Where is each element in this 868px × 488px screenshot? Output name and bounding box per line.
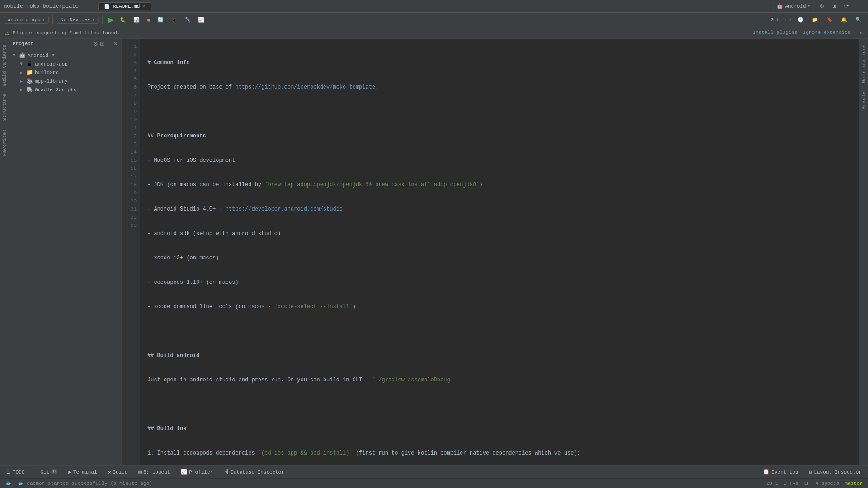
tree-item-android[interactable]: ▼ 🤖 Android ▼ [9,51,122,60]
logcat-tab[interactable]: ▤ 6: Logcat [136,468,173,476]
run-btn[interactable]: ▶ [106,14,115,25]
line-num-6: 6 [122,83,137,91]
layout-btn[interactable]: ⊞ [830,2,839,10]
code-line-8: - android sdk (setup with android studio… [147,230,852,238]
line-num-17: 17 [122,173,137,181]
minimize-btn[interactable]: — [854,3,864,10]
tree-item-buildsrc[interactable]: ▶ 📁 buildSrc [9,68,122,77]
event-log-tab[interactable]: 📋 Event Log [760,468,801,476]
bottom-right: 📋 Event Log ⊡ Layout Inspector [760,468,864,476]
todo-tab[interactable]: ☰ TODO [4,468,27,476]
code-line-13: ## Build android [147,352,852,360]
terminal-tab[interactable]: ▶ Terminal [66,468,99,476]
code-line-14: Just open in android studio and press ru… [147,376,852,384]
find-btn[interactable]: 🔍 [853,16,864,23]
tree-item-android-app[interactable]: ▼ 📱 android-app [9,60,122,68]
project-layout-btn[interactable]: ⊞ [100,41,104,47]
module-dropdown[interactable]: android-app ▼ [4,16,49,24]
layout-inspector-icon: ⊡ [809,469,812,475]
git-label: Git: [770,17,782,23]
todo-label: TODO [13,469,24,475]
profile-btn[interactable]: 📊 [131,16,142,23]
indent: 4 spaces [816,481,840,486]
line-num-3: 3 [122,59,137,67]
project-collapse-btn[interactable]: — [106,41,112,47]
structure-label[interactable]: Structure [1,90,8,124]
file-manager-btn[interactable]: 📁 [809,16,821,23]
profiler-btn[interactable]: 📈 [195,16,207,23]
db-inspector-tab[interactable]: 🗄 Database Inspector [221,468,287,476]
notification-close-btn[interactable]: ✕ [859,30,863,36]
notification-right: Install plugins Ignore extension ✕ [753,30,863,36]
code-line-15 [147,400,852,408]
avd-btn[interactable]: 📱 [168,16,180,23]
line-num-19: 19 [122,189,137,197]
gradle-label[interactable]: Gradle [860,88,868,113]
daemon-icon: 🐟 [5,480,12,487]
ignore-extension-link[interactable]: Ignore extension [803,30,851,36]
tree-item-gradle-scripts[interactable]: ▶ 🐘 Gradle Scripts [9,85,122,94]
install-plugins-link[interactable]: Install plugins [753,30,797,36]
title-bar: mobile-moko-boilerplate – 📄 README.md ✕ … [0,0,868,13]
git-section: Git: ✓ ✓ [770,17,792,23]
tab-close-btn[interactable]: ✕ [142,4,145,9]
file-tree: ▼ 🤖 Android ▼ ▼ 📱 android-app ▶ 📁 buildS… [9,49,122,465]
left-sidebar-icons: Build Variants Structure Favorites [0,39,9,465]
bookmark-btn[interactable]: 🔖 [824,16,835,23]
sdk-btn[interactable]: 🔧 [182,16,193,23]
project-settings-btn[interactable]: ⚙ [93,41,98,47]
tree-arrow-buildsrc: ▶ [20,70,24,75]
module-arrow: ▼ [42,18,45,22]
git-history-btn[interactable]: 🕐 [795,16,807,23]
line-num-21: 21 [122,205,137,213]
line-numbers: 1 2 3 4 5 6 7 8 9 10 11 12 13 14 15 16 1… [122,39,140,465]
notification-icon: ⚠ [5,29,9,37]
toolbar-right-section: Git: ✓ ✓ 🕐 📁 🔖 🔔 🔍 [770,16,864,23]
tree-label-android: Android [28,53,48,58]
git-tab[interactable]: ⑂ Git 9 [33,469,60,476]
layout-inspector-tab[interactable]: ⊡ Layout Inspector [807,468,864,476]
status-right: 23:1 UTF-8 LF 4 spaces master [766,481,863,486]
notification-bar: ⚠ Plugins supporting *.md files found. I… [0,27,868,39]
sync-btn[interactable]: ⟳ [842,2,851,10]
android-dropdown[interactable]: 🤖 Android ▼ [773,2,814,10]
code-line-3 [147,108,852,116]
line-num-16: 16 [122,164,137,173]
git-check2: ✓ [789,17,792,23]
line-num-4: 4 [122,67,137,75]
line-num-1: 1 [122,42,137,51]
readme-tab[interactable]: 📄 README.md ✕ [98,2,151,10]
profiler-tab[interactable]: 📈 Profiler [178,468,216,476]
android-dropdown-arrow: ▼ [808,4,810,9]
settings-btn[interactable]: ⚙ [817,2,827,10]
tree-arrow-mpp-library: ▶ [20,79,24,84]
build-label: Build [113,469,127,475]
project-tools: ⚙ ⊞ — ✕ [93,41,118,47]
notifications-label[interactable]: Notifications [860,41,868,87]
code-area[interactable]: # Common info Project created on base of… [140,39,859,465]
favorites-label[interactable]: Favorites [1,126,8,160]
editor-content[interactable]: 1 2 3 4 5 6 7 8 9 10 11 12 13 14 15 16 1… [122,39,859,465]
devices-dropdown[interactable]: No Devices ▼ [57,16,99,24]
profiler-icon: 📈 [181,469,187,475]
stop-btn[interactable]: ■ [144,16,153,23]
notifications-btn[interactable]: 🔔 [838,16,850,23]
project-close-btn[interactable]: ✕ [113,41,118,47]
code-line-4: ## Prerequirements [147,132,852,140]
code-line-9: - xcode 12+ (on macos) [147,254,852,262]
db-inspector-icon: 🗄 [224,469,229,475]
android-app-icon: 📱 [26,61,33,67]
code-line-17: 1. Install cocoapods dependencies `(cd i… [147,449,852,457]
sync-project-btn[interactable]: 🔄 [155,16,166,23]
layout-inspector-label: Layout Inspector [814,469,862,475]
tree-label-gradle-scripts: Gradle Scripts [35,87,76,93]
devices-label: No Devices [61,17,90,23]
toolbar-sep-1 [52,15,53,24]
build-tab[interactable]: ⚒ Build [105,468,131,476]
tree-item-mpp-library[interactable]: ▶ 📚 mpp-library [9,77,122,85]
tree-label-buildsrc: buildSrc [35,70,59,75]
build-variants-label[interactable]: Build Variants [1,41,8,89]
android-tree-arrow: ▼ [52,53,54,58]
readme-tab-icon: 📄 [104,4,110,9]
debug-btn[interactable]: 🐛 [117,16,129,23]
